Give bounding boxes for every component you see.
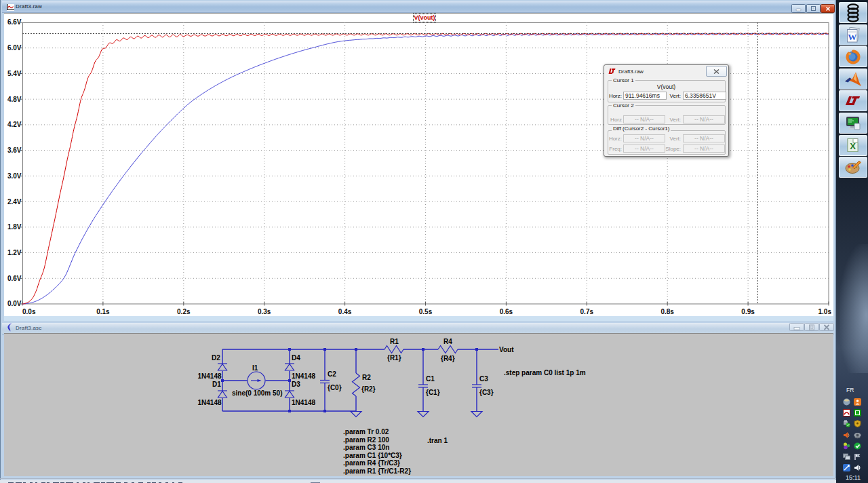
svg-text:I1: I1 [252,364,258,372]
svg-text:0.4s: 0.4s [338,308,352,315]
svg-text:{R1}: {R1} [387,354,401,362]
svg-text:0.1s: 0.1s [96,308,110,315]
svg-text:0.7s: 0.7s [580,308,594,315]
svg-text:D4: D4 [292,354,300,362]
svg-text:6.0V: 6.0V [7,44,22,52]
svg-text:0.2s: 0.2s [177,308,191,315]
svg-text:2.4V: 2.4V [7,198,22,206]
svg-text:6.6V: 6.6V [7,18,22,26]
svg-text:1N4148: 1N4148 [198,372,222,380]
svg-text:1N4148: 1N4148 [292,372,315,380]
svg-text:0.0s: 0.0s [22,308,36,315]
svg-text:4.2V: 4.2V [7,121,22,128]
svg-text:0.6s: 0.6s [500,308,513,315]
svg-text:C2: C2 [328,370,336,378]
svg-text:D3: D3 [292,381,300,388]
svg-text:1N4148: 1N4148 [198,399,222,406]
svg-text:Vout: Vout [499,346,514,353]
svg-text:5.4V: 5.4V [7,70,22,77]
svg-text:3.0V: 3.0V [7,172,22,180]
svg-text:.tran 1: .tran 1 [427,437,448,444]
svg-text:4.8V: 4.8V [7,96,22,103]
svg-text:R4: R4 [443,338,452,345]
svg-text:3.6V: 3.6V [7,147,22,154]
svg-text:0.5s: 0.5s [419,308,433,315]
svg-text:{C0}: {C0} [328,384,342,391]
svg-text:R1: R1 [390,338,399,345]
svg-text:D2: D2 [212,354,220,362]
svg-text:1.8V: 1.8V [7,223,22,231]
svg-text:sine(0 100m 50): sine(0 100m 50) [232,389,283,397]
svg-text:W: W [848,32,856,42]
svg-text:R2: R2 [362,374,371,381]
svg-text:C3: C3 [479,375,488,383]
svg-text:D1: D1 [212,381,221,388]
svg-text:C1: C1 [426,375,435,383]
svg-text:1.0s: 1.0s [818,308,832,315]
svg-text:{R2}: {R2} [361,385,376,393]
svg-text:0.0V: 0.0V [7,300,22,307]
svg-text:.param R4 {Tr/C3}: .param R4 {Tr/C3} [343,459,400,467]
svg-text:.param R2 100: .param R2 100 [343,436,389,444]
svg-text:X: X [850,141,856,151]
svg-text:{C3}: {C3} [479,389,494,396]
svg-text:0.8s: 0.8s [660,308,674,315]
svg-text:0.3s: 0.3s [258,308,271,315]
svg-text:0.9s: 0.9s [741,308,755,315]
svg-text:0.6V: 0.6V [7,275,22,282]
svg-text:.step param C0 list 1p 1m: .step param C0 list 1p 1m [504,369,586,376]
svg-text:{R4}: {R4} [441,355,455,362]
svg-text:1N4148: 1N4148 [292,399,315,406]
svg-text:.param C3 10n: .param C3 10n [343,444,389,451]
svg-text:1.2V: 1.2V [7,249,22,256]
svg-text:.param C1 {10*C3}: .param C1 {10*C3} [343,452,402,459]
svg-text:.param Tr 0.02: .param Tr 0.02 [343,428,389,436]
svg-text:{C1}: {C1} [426,389,440,396]
svg-text:.param R1 {Tr/C1-R2}: .param R1 {Tr/C1-R2} [343,467,411,475]
